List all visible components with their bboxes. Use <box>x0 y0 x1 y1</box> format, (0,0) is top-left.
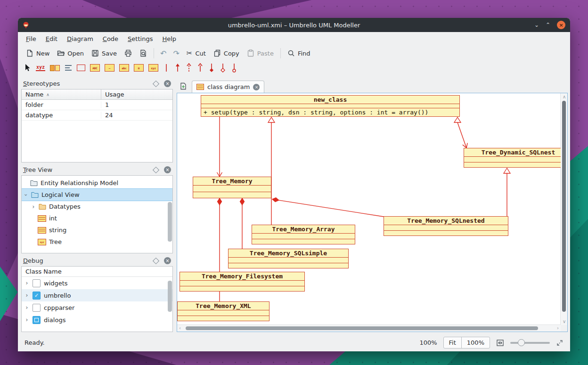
horizontal-scrollbar-thumb[interactable] <box>186 326 538 330</box>
scroll-left-icon[interactable]: ‹ <box>179 325 181 331</box>
uml-class-Tree_Memory_XML[interactable]: Tree_Memory_XML <box>177 301 270 321</box>
scroll-up-icon[interactable]: ∧ <box>563 94 566 99</box>
relation-Tree_Memory_SQLnested-to-Tree_Dynamic_SQLnest[interactable] <box>504 168 510 216</box>
tool-aggregation-icon[interactable] <box>220 63 226 73</box>
debug-item-widgets[interactable]: › widgets <box>22 277 172 289</box>
menu-edit[interactable]: Edit <box>41 34 62 44</box>
tool-composition-icon[interactable] <box>208 63 215 73</box>
tree-item-logical-view[interactable]: › Logical View <box>22 189 172 201</box>
uml-class-Tree_Memory_SQLsimple[interactable]: Tree_Memory_SQLsimple <box>228 249 349 268</box>
redo-icon[interactable]: ↷ <box>170 48 182 59</box>
uml-class-Tree_Memory_Filesystem[interactable]: Tree_Memory_Filesystem <box>180 272 305 292</box>
menu-diagram[interactable]: Diagram <box>63 34 98 44</box>
cut-button[interactable]: ✂ Cut <box>183 46 209 60</box>
tool-class-icon[interactable]: ABC <box>90 64 100 72</box>
vertical-scrollbar[interactable]: ∧ ∨ <box>560 93 567 325</box>
tree-item-string[interactable]: string <box>22 224 172 236</box>
tool-category-icon[interactable]: xyz <box>148 64 158 72</box>
tool-generalization-icon[interactable] <box>197 63 204 73</box>
float-dock-icon[interactable] <box>153 166 159 173</box>
tab-class-diagram[interactable]: class diagram × <box>192 81 264 93</box>
uml-class-Tree_Dynamic_SQLnest[interactable]: Tree_Dynamic_SQLnest <box>464 148 561 168</box>
column-header-usage[interactable]: Usage <box>101 89 172 99</box>
menu-code[interactable]: Code <box>98 34 122 44</box>
fit-button[interactable]: Fit <box>444 337 461 348</box>
minimize-icon[interactable]: ⌄ <box>534 22 539 28</box>
relation-Tree_Memory-to-Tree_Memory_SQLsimple[interactable] <box>240 198 245 249</box>
debug-item-dialogs[interactable]: › dialogs <box>22 314 172 326</box>
tool-anchor-icon[interactable] <box>231 63 237 73</box>
print-preview-button[interactable] <box>136 47 150 60</box>
new-button[interactable]: New <box>23 47 53 60</box>
tree-item-datatypes[interactable]: › Datatypes <box>22 201 172 212</box>
close-dock-icon[interactable]: × <box>164 80 171 87</box>
tool-entity-icon[interactable]: ⊞ <box>134 64 144 72</box>
tab-close-icon[interactable]: × <box>253 84 260 90</box>
close-dock-icon[interactable]: × <box>164 166 171 173</box>
menu-settings[interactable]: Settings <box>123 34 157 44</box>
close-icon[interactable]: × <box>557 21 565 29</box>
scroll-right-icon[interactable]: › <box>557 325 559 331</box>
checkbox-partial[interactable] <box>33 316 41 324</box>
tool-enum-icon[interactable]: abc <box>119 64 129 72</box>
scroll-down-icon[interactable]: ∨ <box>563 319 566 324</box>
chevron-collapsed-icon[interactable]: › <box>31 203 36 210</box>
tool-align-icon[interactable] <box>65 65 72 71</box>
print-button[interactable] <box>121 47 135 60</box>
new-tab-button[interactable] <box>178 81 189 92</box>
debug-scrollbar-thumb[interactable] <box>168 281 172 312</box>
checkbox-unchecked[interactable] <box>33 304 41 312</box>
checkbox-unchecked[interactable] <box>33 279 41 287</box>
chevron-collapsed-icon[interactable]: › <box>24 316 29 323</box>
horizontal-scrollbar[interactable]: ‹ › <box>177 324 561 332</box>
relation-new_class-to-Tree_Memory[interactable] <box>217 117 222 177</box>
diagram-canvas[interactable]: new_class+ setup(type : string, dsn : st… <box>177 93 561 325</box>
tool-uni-association-icon[interactable] <box>174 63 181 73</box>
tool-association-icon[interactable] <box>163 63 170 73</box>
titlebar[interactable]: umbrello-uml.xmi – Umbrello UML Modeller… <box>18 18 570 32</box>
column-header-name[interactable]: Name ∧ <box>22 89 101 99</box>
zoom-slider-knob[interactable] <box>518 339 525 346</box>
uml-class-new_class[interactable]: new_class+ setup(type : string, dsn : st… <box>201 95 460 117</box>
table-row[interactable]: folder 1 <box>22 100 172 110</box>
uml-class-Tree_Memory[interactable]: Tree_Memory <box>193 177 271 198</box>
tool-select-icon[interactable] <box>24 64 31 72</box>
menu-help[interactable]: Help <box>158 34 180 44</box>
debug-item-cppparser[interactable]: › cppparser <box>22 301 172 314</box>
undo-icon[interactable]: ↶ <box>157 48 169 59</box>
tree-item-tree[interactable]: xyz Tree <box>22 236 172 248</box>
tool-note-icon[interactable] <box>50 65 60 71</box>
float-dock-icon[interactable] <box>153 257 159 264</box>
menu-file[interactable]: File <box>22 34 41 44</box>
uml-class-Tree_Memory_Array[interactable]: Tree_Memory_Array <box>252 225 355 244</box>
float-dock-icon[interactable] <box>153 80 159 87</box>
tool-datatype-icon[interactable]: ― <box>105 64 114 72</box>
chevron-expanded-icon[interactable]: › <box>23 193 29 197</box>
chevron-collapsed-icon[interactable]: › <box>24 292 29 299</box>
table-row[interactable]: datatype 24 <box>22 110 172 121</box>
tool-dependency-icon[interactable] <box>186 63 192 73</box>
zoom-slider[interactable] <box>510 342 550 344</box>
close-dock-icon[interactable]: × <box>164 257 171 264</box>
tree-item-entity-relationship-model[interactable]: Entity Relationship Model <box>22 177 172 189</box>
expand-icon[interactable] <box>556 339 564 347</box>
vertical-scrollbar-thumb[interactable] <box>562 101 566 312</box>
debug-item-umbrello[interactable]: › ✓ umbrello <box>22 289 172 301</box>
relation-Tree_Memory_Array-to-new_class[interactable] <box>268 117 275 225</box>
open-button[interactable]: Open <box>54 47 87 60</box>
maximize-icon[interactable]: ⌃ <box>546 22 550 28</box>
tree-item-int[interactable]: int <box>22 212 172 224</box>
class-name-header[interactable]: Class Name <box>22 267 172 277</box>
checkbox-checked[interactable]: ✓ <box>33 292 41 300</box>
paste-button[interactable]: Paste <box>244 47 277 60</box>
uml-class-Tree_Memory_SQLnested[interactable]: Tree_Memory_SQLnested <box>384 216 508 236</box>
tool-box-icon[interactable] <box>77 65 85 71</box>
relation-Tree_Memory-to-Tree_Memory_SQLnested[interactable] <box>272 198 384 217</box>
chevron-collapsed-icon[interactable]: › <box>24 280 29 286</box>
save-button[interactable]: Save <box>88 47 120 60</box>
copy-button[interactable]: Copy <box>210 47 243 60</box>
relation-new_class-to-Tree_Dynamic_SQLnest[interactable] <box>454 117 467 148</box>
tree-view-scrollbar-thumb[interactable] <box>168 202 172 242</box>
chevron-collapsed-icon[interactable]: › <box>24 304 29 311</box>
find-button[interactable]: Find <box>284 47 314 60</box>
